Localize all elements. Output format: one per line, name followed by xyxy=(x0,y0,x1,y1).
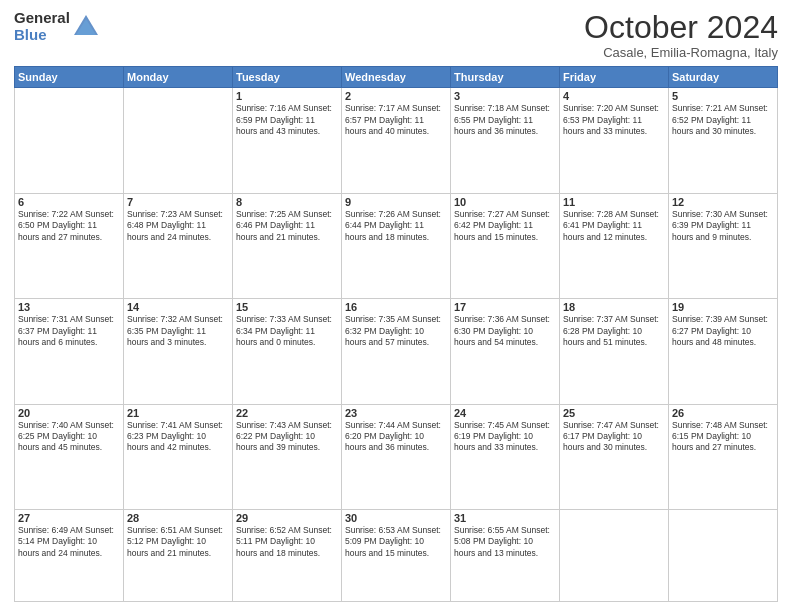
table-row: 5Sunrise: 7:21 AM Sunset: 6:52 PM Daylig… xyxy=(669,88,778,193)
day-info: Sunrise: 7:39 AM Sunset: 6:27 PM Dayligh… xyxy=(672,314,774,348)
day-number: 9 xyxy=(345,196,447,208)
day-number: 23 xyxy=(345,407,447,419)
day-info: Sunrise: 6:49 AM Sunset: 5:14 PM Dayligh… xyxy=(18,525,120,559)
day-number: 28 xyxy=(127,512,229,524)
logo-text-general: General xyxy=(14,10,70,27)
day-number: 10 xyxy=(454,196,556,208)
day-info: Sunrise: 7:25 AM Sunset: 6:46 PM Dayligh… xyxy=(236,209,338,243)
table-row: 21Sunrise: 7:41 AM Sunset: 6:23 PM Dayli… xyxy=(124,404,233,509)
day-info: Sunrise: 7:32 AM Sunset: 6:35 PM Dayligh… xyxy=(127,314,229,348)
day-number: 26 xyxy=(672,407,774,419)
table-row: 22Sunrise: 7:43 AM Sunset: 6:22 PM Dayli… xyxy=(233,404,342,509)
col-sunday: Sunday xyxy=(15,67,124,88)
day-number: 14 xyxy=(127,301,229,313)
table-row: 24Sunrise: 7:45 AM Sunset: 6:19 PM Dayli… xyxy=(451,404,560,509)
logo-text-blue: Blue xyxy=(14,27,47,44)
day-info: Sunrise: 7:27 AM Sunset: 6:42 PM Dayligh… xyxy=(454,209,556,243)
calendar-body: 1Sunrise: 7:16 AM Sunset: 6:59 PM Daylig… xyxy=(15,88,778,602)
day-number: 21 xyxy=(127,407,229,419)
day-number: 1 xyxy=(236,90,338,102)
day-info: Sunrise: 7:22 AM Sunset: 6:50 PM Dayligh… xyxy=(18,209,120,243)
day-info: Sunrise: 6:52 AM Sunset: 5:11 PM Dayligh… xyxy=(236,525,338,559)
table-row: 12Sunrise: 7:30 AM Sunset: 6:39 PM Dayli… xyxy=(669,193,778,298)
table-row: 23Sunrise: 7:44 AM Sunset: 6:20 PM Dayli… xyxy=(342,404,451,509)
day-number: 15 xyxy=(236,301,338,313)
day-info: Sunrise: 7:37 AM Sunset: 6:28 PM Dayligh… xyxy=(563,314,665,348)
table-row: 14Sunrise: 7:32 AM Sunset: 6:35 PM Dayli… xyxy=(124,299,233,404)
table-row: 2Sunrise: 7:17 AM Sunset: 6:57 PM Daylig… xyxy=(342,88,451,193)
table-row: 26Sunrise: 7:48 AM Sunset: 6:15 PM Dayli… xyxy=(669,404,778,509)
table-row xyxy=(15,88,124,193)
day-number: 12 xyxy=(672,196,774,208)
day-info: Sunrise: 7:44 AM Sunset: 6:20 PM Dayligh… xyxy=(345,420,447,454)
day-info: Sunrise: 7:16 AM Sunset: 6:59 PM Dayligh… xyxy=(236,103,338,137)
table-row: 19Sunrise: 7:39 AM Sunset: 6:27 PM Dayli… xyxy=(669,299,778,404)
day-number: 5 xyxy=(672,90,774,102)
table-row: 8Sunrise: 7:25 AM Sunset: 6:46 PM Daylig… xyxy=(233,193,342,298)
day-info: Sunrise: 7:48 AM Sunset: 6:15 PM Dayligh… xyxy=(672,420,774,454)
col-friday: Friday xyxy=(560,67,669,88)
day-info: Sunrise: 6:55 AM Sunset: 5:08 PM Dayligh… xyxy=(454,525,556,559)
calendar-week-row: 6Sunrise: 7:22 AM Sunset: 6:50 PM Daylig… xyxy=(15,193,778,298)
day-number: 13 xyxy=(18,301,120,313)
day-info: Sunrise: 7:30 AM Sunset: 6:39 PM Dayligh… xyxy=(672,209,774,243)
table-row: 17Sunrise: 7:36 AM Sunset: 6:30 PM Dayli… xyxy=(451,299,560,404)
day-number: 6 xyxy=(18,196,120,208)
table-row: 31Sunrise: 6:55 AM Sunset: 5:08 PM Dayli… xyxy=(451,510,560,602)
day-info: Sunrise: 7:21 AM Sunset: 6:52 PM Dayligh… xyxy=(672,103,774,137)
col-saturday: Saturday xyxy=(669,67,778,88)
col-thursday: Thursday xyxy=(451,67,560,88)
day-number: 18 xyxy=(563,301,665,313)
day-info: Sunrise: 7:35 AM Sunset: 6:32 PM Dayligh… xyxy=(345,314,447,348)
table-row xyxy=(669,510,778,602)
day-number: 22 xyxy=(236,407,338,419)
table-row: 28Sunrise: 6:51 AM Sunset: 5:12 PM Dayli… xyxy=(124,510,233,602)
day-number: 4 xyxy=(563,90,665,102)
day-info: Sunrise: 7:40 AM Sunset: 6:25 PM Dayligh… xyxy=(18,420,120,454)
day-info: Sunrise: 6:53 AM Sunset: 5:09 PM Dayligh… xyxy=(345,525,447,559)
calendar-week-row: 13Sunrise: 7:31 AM Sunset: 6:37 PM Dayli… xyxy=(15,299,778,404)
day-number: 27 xyxy=(18,512,120,524)
day-number: 20 xyxy=(18,407,120,419)
table-row: 10Sunrise: 7:27 AM Sunset: 6:42 PM Dayli… xyxy=(451,193,560,298)
calendar-week-row: 27Sunrise: 6:49 AM Sunset: 5:14 PM Dayli… xyxy=(15,510,778,602)
day-number: 30 xyxy=(345,512,447,524)
month-title: October 2024 xyxy=(584,10,778,45)
day-info: Sunrise: 7:28 AM Sunset: 6:41 PM Dayligh… xyxy=(563,209,665,243)
day-number: 2 xyxy=(345,90,447,102)
table-row: 13Sunrise: 7:31 AM Sunset: 6:37 PM Dayli… xyxy=(15,299,124,404)
day-number: 29 xyxy=(236,512,338,524)
table-row: 11Sunrise: 7:28 AM Sunset: 6:41 PM Dayli… xyxy=(560,193,669,298)
day-info: Sunrise: 7:43 AM Sunset: 6:22 PM Dayligh… xyxy=(236,420,338,454)
day-info: Sunrise: 7:20 AM Sunset: 6:53 PM Dayligh… xyxy=(563,103,665,137)
table-row: 16Sunrise: 7:35 AM Sunset: 6:32 PM Dayli… xyxy=(342,299,451,404)
table-row: 20Sunrise: 7:40 AM Sunset: 6:25 PM Dayli… xyxy=(15,404,124,509)
table-row xyxy=(560,510,669,602)
day-info: Sunrise: 6:51 AM Sunset: 5:12 PM Dayligh… xyxy=(127,525,229,559)
day-info: Sunrise: 7:47 AM Sunset: 6:17 PM Dayligh… xyxy=(563,420,665,454)
table-row: 27Sunrise: 6:49 AM Sunset: 5:14 PM Dayli… xyxy=(15,510,124,602)
table-row: 25Sunrise: 7:47 AM Sunset: 6:17 PM Dayli… xyxy=(560,404,669,509)
table-row: 7Sunrise: 7:23 AM Sunset: 6:48 PM Daylig… xyxy=(124,193,233,298)
day-info: Sunrise: 7:31 AM Sunset: 6:37 PM Dayligh… xyxy=(18,314,120,348)
table-row: 15Sunrise: 7:33 AM Sunset: 6:34 PM Dayli… xyxy=(233,299,342,404)
day-info: Sunrise: 7:26 AM Sunset: 6:44 PM Dayligh… xyxy=(345,209,447,243)
col-tuesday: Tuesday xyxy=(233,67,342,88)
calendar-week-row: 20Sunrise: 7:40 AM Sunset: 6:25 PM Dayli… xyxy=(15,404,778,509)
day-info: Sunrise: 7:18 AM Sunset: 6:55 PM Dayligh… xyxy=(454,103,556,137)
day-number: 3 xyxy=(454,90,556,102)
calendar-header-row: Sunday Monday Tuesday Wednesday Thursday… xyxy=(15,67,778,88)
day-number: 8 xyxy=(236,196,338,208)
day-info: Sunrise: 7:45 AM Sunset: 6:19 PM Dayligh… xyxy=(454,420,556,454)
day-number: 24 xyxy=(454,407,556,419)
title-block: October 2024 Casale, Emilia-Romagna, Ita… xyxy=(584,10,778,60)
calendar-week-row: 1Sunrise: 7:16 AM Sunset: 6:59 PM Daylig… xyxy=(15,88,778,193)
day-info: Sunrise: 7:17 AM Sunset: 6:57 PM Dayligh… xyxy=(345,103,447,137)
table-row: 29Sunrise: 6:52 AM Sunset: 5:11 PM Dayli… xyxy=(233,510,342,602)
day-number: 31 xyxy=(454,512,556,524)
table-row: 4Sunrise: 7:20 AM Sunset: 6:53 PM Daylig… xyxy=(560,88,669,193)
col-monday: Monday xyxy=(124,67,233,88)
day-info: Sunrise: 7:33 AM Sunset: 6:34 PM Dayligh… xyxy=(236,314,338,348)
day-number: 7 xyxy=(127,196,229,208)
day-number: 19 xyxy=(672,301,774,313)
